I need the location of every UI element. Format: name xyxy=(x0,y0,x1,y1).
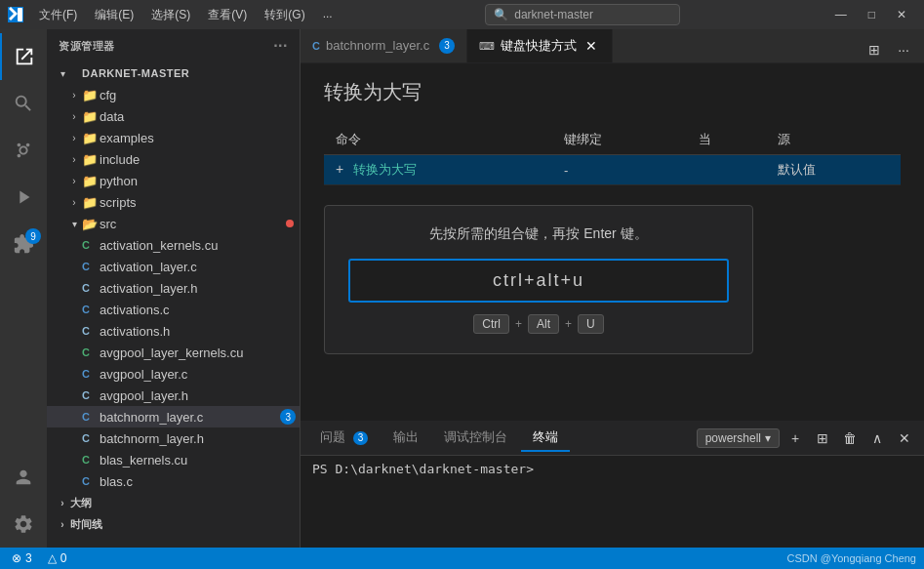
sidebar-item-include[interactable]: › 📁 include xyxy=(47,148,300,170)
terminal-type: powershell xyxy=(705,431,761,445)
sidebar-item-src[interactable]: ▾ 📂 src xyxy=(47,213,300,234)
status-right: CSDN @Yongqiang Cheng xyxy=(787,552,916,564)
menu-more[interactable]: ... xyxy=(315,5,341,25)
split-editor-button[interactable]: ⊞ xyxy=(862,37,887,62)
file-blas-kernels-cu[interactable]: C blas_kernels.cu xyxy=(47,449,300,470)
file-batchnorm-layer-h[interactable]: C batchnorm_layer.h xyxy=(47,427,300,449)
menu-goto[interactable]: 转到(G) xyxy=(257,5,312,25)
h-icon: C xyxy=(82,389,98,401)
activity-source-control[interactable] xyxy=(0,127,47,174)
add-keybind-button[interactable]: + xyxy=(336,161,349,177)
panel-tab-terminal[interactable]: 终端 xyxy=(521,425,570,452)
file-activations-h[interactable]: C activations.h xyxy=(47,320,300,342)
file-avgpool-layer-kernels-cu[interactable]: C avgpool_layer_kernels.cu xyxy=(47,342,300,363)
command-name: 转换为大写 xyxy=(353,162,417,177)
col-keybinding: 键绑定 xyxy=(552,125,687,155)
trash-terminal-button[interactable]: 🗑 xyxy=(838,427,862,450)
activity-explorer[interactable] xyxy=(0,33,47,80)
sidebar-item-cfg[interactable]: › 📁 cfg xyxy=(47,84,300,105)
cfg-label: cfg xyxy=(98,88,300,102)
app-icon xyxy=(8,7,23,22)
sidebar-header: 资源管理器 ··· xyxy=(47,29,300,62)
section-outline[interactable]: › 大纲 xyxy=(47,492,300,513)
file-batchnorm-layer-c[interactable]: C batchnorm_layer.c 3 xyxy=(47,406,300,427)
data-label: data xyxy=(98,109,300,124)
panel-maximize-button[interactable]: ∧ xyxy=(865,427,889,450)
tab-keybindings-close[interactable]: ✕ xyxy=(583,37,600,55)
src-arrow: ▾ xyxy=(66,216,82,231)
row-command: + 转换为大写 xyxy=(324,155,552,185)
file-tree: ▾ DARKNET-MASTER › 📁 cfg › 📁 data › 📁 ex… xyxy=(47,62,300,548)
keybind-input[interactable]: ctrl+alt+u xyxy=(348,259,729,303)
tab-batchnorm-badge: 3 xyxy=(439,38,455,54)
tree-arrow-root: ▾ xyxy=(55,65,70,81)
file-label: blas.c xyxy=(98,474,300,489)
file-avgpool-layer-h[interactable]: C avgpool_layer.h xyxy=(47,385,300,406)
folder-icon-src: 📂 xyxy=(82,217,98,231)
activity-extensions[interactable]: 9 xyxy=(0,221,47,267)
file-activation-layer-h[interactable]: C activation_layer.h xyxy=(47,277,300,299)
python-arrow: › xyxy=(66,173,82,188)
examples-label: examples xyxy=(98,131,300,145)
file-activations-c[interactable]: C activations.c xyxy=(47,299,300,320)
problems-label: 问题 xyxy=(320,429,345,444)
section-timeline[interactable]: › 时间线 xyxy=(47,513,300,535)
status-errors[interactable]: ⊗ 3 xyxy=(8,551,36,565)
c-icon: C xyxy=(82,411,98,423)
search-bar[interactable]: 🔍 darknet-master xyxy=(485,4,680,25)
cfg-arrow: › xyxy=(66,87,82,102)
file-activation-kernels-cu[interactable]: C activation_kernels.cu xyxy=(47,234,300,256)
tab-batchnorm[interactable]: C batchnorm_layer.c 3 xyxy=(301,29,467,62)
file-blas-c[interactable]: C blas.c xyxy=(47,470,300,492)
panel: 问题 3 输出 调试控制台 终端 powershell ▾ + xyxy=(301,421,924,548)
activity-run[interactable] xyxy=(0,174,47,221)
panel-close-button[interactable]: ✕ xyxy=(893,427,916,450)
maximize-button[interactable]: □ xyxy=(859,6,885,23)
page-title: 转换为大写 xyxy=(324,79,901,105)
editor-content: 转换为大写 命令 键绑定 当 源 + 转换为大写 xyxy=(301,63,924,421)
include-label: include xyxy=(98,152,300,167)
panel-tab-problems[interactable]: 问题 3 xyxy=(308,425,380,452)
new-terminal-button[interactable]: + xyxy=(783,427,807,450)
tab-keybindings[interactable]: ⌨ 键盘快捷方式 ✕ xyxy=(467,29,613,62)
menu-edit[interactable]: 编辑(E) xyxy=(87,5,141,25)
activity-accounts[interactable] xyxy=(0,454,47,501)
activity-search[interactable] xyxy=(0,80,47,127)
sidebar-item-scripts[interactable]: › 📁 scripts xyxy=(47,191,300,213)
error-count: 3 xyxy=(25,551,32,565)
key-u: U xyxy=(578,314,604,334)
tree-root-folder[interactable]: ▾ DARKNET-MASTER xyxy=(47,62,300,84)
panel-tab-output[interactable]: 输出 xyxy=(382,425,430,452)
examples-arrow: › xyxy=(66,130,82,145)
src-label: src xyxy=(98,217,286,231)
tab-kb-icon: ⌨ xyxy=(479,40,495,53)
folder-icon-include: 📁 xyxy=(82,152,98,167)
more-actions-button[interactable]: ··· xyxy=(891,37,916,62)
svg-rect-0 xyxy=(18,8,22,21)
menu-select[interactable]: 选择(S) xyxy=(143,5,198,25)
menu-file[interactable]: 文件(F) xyxy=(31,5,85,25)
overlay-instruction: 先按所需的组合键，再按 Enter 键。 xyxy=(348,225,729,243)
sidebar-item-examples[interactable]: › 📁 examples xyxy=(47,127,300,148)
debug-label: 调试控制台 xyxy=(444,429,507,444)
warning-count: 0 xyxy=(60,551,67,565)
close-button[interactable]: ✕ xyxy=(887,6,916,23)
window-controls[interactable]: — □ ✕ xyxy=(825,6,916,23)
sidebar-more-button[interactable]: ··· xyxy=(273,37,288,55)
status-warnings[interactable]: △ 0 xyxy=(44,551,71,565)
problems-badge: 3 xyxy=(353,431,369,445)
keybind-row[interactable]: + 转换为大写 - 默认值 xyxy=(324,155,901,185)
menu-view[interactable]: 查看(V) xyxy=(200,5,255,25)
file-avgpool-layer-c[interactable]: C avgpool_layer.c xyxy=(47,363,300,385)
minimize-button[interactable]: — xyxy=(825,6,857,23)
sidebar-item-data[interactable]: › 📁 data xyxy=(47,105,300,127)
terminal-dropdown[interactable]: powershell ▾ xyxy=(697,428,780,448)
sidebar-item-python[interactable]: › 📁 python xyxy=(47,170,300,191)
menu-bar[interactable]: 文件(F) 编辑(E) 选择(S) 查看(V) 转到(G) ... xyxy=(31,5,341,25)
panel-tab-debug[interactable]: 调试控制台 xyxy=(432,425,519,452)
activity-settings[interactable] xyxy=(0,501,47,548)
h-icon: C xyxy=(82,325,98,337)
file-activation-layer-c[interactable]: C activation_layer.c xyxy=(47,256,300,277)
split-terminal-button[interactable]: ⊞ xyxy=(811,427,834,450)
error-icon: ⊗ xyxy=(12,551,21,565)
